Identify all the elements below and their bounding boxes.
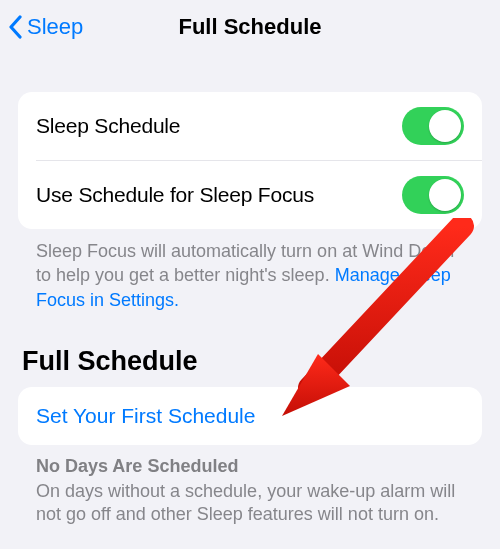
toggle-use-schedule-focus[interactable] [402,176,464,214]
empty-body: On days without a schedule, your wake-up… [36,481,455,525]
toggle-knob [429,179,461,211]
set-first-schedule-button[interactable]: Set Your First Schedule [18,387,482,445]
toggle-sleep-schedule[interactable] [402,107,464,145]
chevron-left-icon [8,15,23,39]
nav-bar: Sleep Full Schedule [0,0,500,54]
settings-group-set-schedule: Set Your First Schedule [18,387,482,445]
empty-title: No Days Are Scheduled [36,455,464,479]
back-label: Sleep [27,14,83,40]
row-label: Sleep Schedule [36,114,180,138]
group-footer: Sleep Focus will automatically turn on a… [18,229,482,312]
section-header-full-schedule: Full Schedule [18,312,482,387]
back-button[interactable]: Sleep [8,0,83,54]
settings-group-schedule: Sleep Schedule Use Schedule for Sleep Fo… [18,92,482,229]
row-sleep-schedule: Sleep Schedule [18,92,482,160]
empty-schedule-note: No Days Are Scheduled On days without a … [18,445,482,527]
row-label: Use Schedule for Sleep Focus [36,183,314,207]
row-use-schedule-focus: Use Schedule for Sleep Focus [36,160,482,229]
toggle-knob [429,110,461,142]
